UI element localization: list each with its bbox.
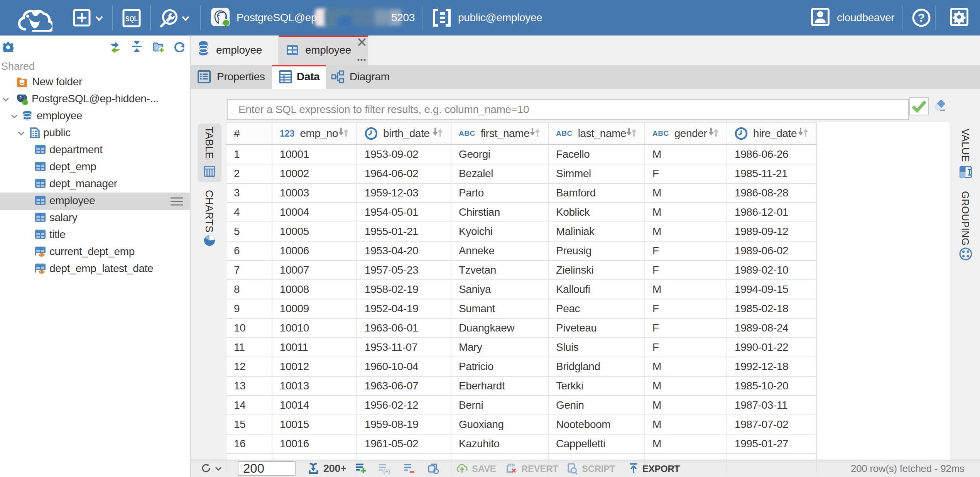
svg-text:(+): (+) <box>383 468 390 474</box>
svg-text:SQL: SQL <box>125 15 138 23</box>
svg-text:?: ? <box>918 11 925 24</box>
